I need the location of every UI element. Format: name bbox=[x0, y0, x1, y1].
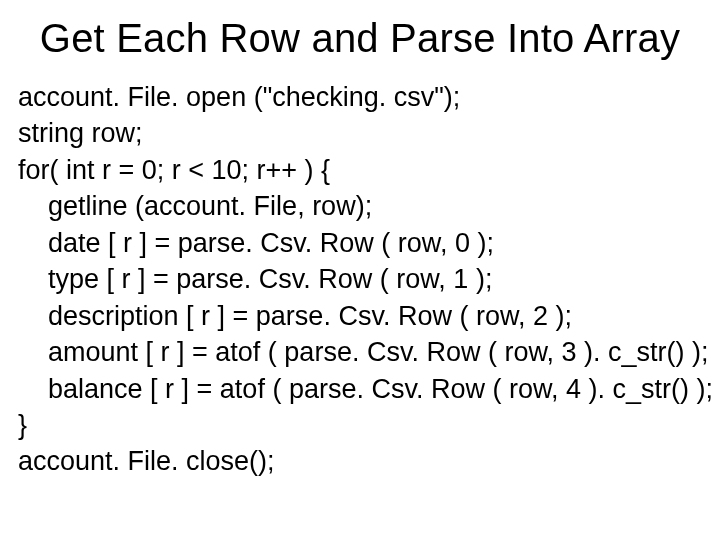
code-line: account. File. close(); bbox=[18, 443, 702, 479]
code-line: type [ r ] = parse. Csv. Row ( row, 1 ); bbox=[18, 261, 702, 297]
code-line: getline (account. File, row); bbox=[18, 188, 702, 224]
code-line: for( int r = 0; r < 10; r++ ) { bbox=[18, 152, 702, 188]
code-line: account. File. open ("checking. csv"); bbox=[18, 79, 702, 115]
code-line: description [ r ] = parse. Csv. Row ( ro… bbox=[18, 298, 702, 334]
code-block: account. File. open ("checking. csv"); s… bbox=[18, 79, 702, 480]
code-line: string row; bbox=[18, 115, 702, 151]
code-line: } bbox=[18, 407, 702, 443]
page-title: Get Each Row and Parse Into Array bbox=[18, 16, 702, 61]
code-line: date [ r ] = parse. Csv. Row ( row, 0 ); bbox=[18, 225, 702, 261]
code-line: balance [ r ] = atof ( parse. Csv. Row (… bbox=[18, 371, 702, 407]
code-line: amount [ r ] = atof ( parse. Csv. Row ( … bbox=[18, 334, 702, 370]
